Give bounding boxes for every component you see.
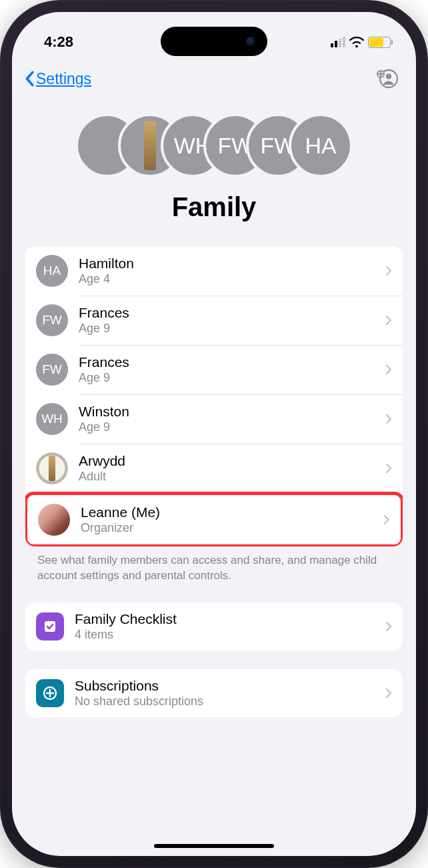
avatar: HA xyxy=(36,255,68,287)
member-sub: Adult xyxy=(79,470,375,484)
checklist-icon xyxy=(36,612,64,640)
nav-bar: Settings xyxy=(12,60,416,95)
chevron-right-icon xyxy=(385,364,392,375)
member-sub: Organizer xyxy=(81,521,373,535)
member-name: Frances xyxy=(79,305,375,321)
subscriptions-icon xyxy=(36,679,64,707)
add-person-icon xyxy=(375,67,398,90)
member-row[interactable]: FW Frances Age 9 xyxy=(25,296,403,345)
dynamic-island xyxy=(161,27,267,56)
member-name: Leanne (Me) xyxy=(81,504,373,520)
screen: 4:28 ⚡ Settings xyxy=(12,12,416,856)
member-name: Frances xyxy=(79,354,375,370)
member-name: Winston xyxy=(79,404,375,420)
add-person-button[interactable] xyxy=(375,67,399,91)
avatar xyxy=(36,452,68,484)
home-indicator[interactable] xyxy=(154,844,274,848)
avatar xyxy=(38,504,70,536)
chevron-right-icon xyxy=(385,266,392,276)
chevron-right-icon xyxy=(385,414,392,424)
row-text: Arwydd Adult xyxy=(79,453,375,484)
member-row[interactable]: HA Hamilton Age 4 xyxy=(25,246,403,296)
back-label: Settings xyxy=(36,70,91,88)
chevron-right-icon xyxy=(385,688,392,699)
member-sub: Age 9 xyxy=(79,420,375,434)
chevron-right-icon xyxy=(383,514,390,525)
member-sub: Age 9 xyxy=(79,371,375,385)
header-avatars: WH FW FW HA xyxy=(12,113,416,177)
chevron-left-icon xyxy=(24,71,35,87)
family-checklist-row[interactable]: Family Checklist 4 items xyxy=(25,602,403,650)
row-text: Leanne (Me) Organizer xyxy=(81,504,373,535)
member-sub: Age 4 xyxy=(79,272,375,286)
row-text: Frances Age 9 xyxy=(79,354,375,385)
checklist-title: Family Checklist xyxy=(75,611,375,627)
svg-point-1 xyxy=(386,73,391,79)
status-time: 4:28 xyxy=(44,33,73,51)
subscriptions-row[interactable]: Subscriptions No shared subscriptions xyxy=(25,669,403,717)
status-right: ⚡ xyxy=(331,37,391,48)
member-row[interactable]: FW Frances Age 9 xyxy=(25,345,403,394)
member-row-highlighted[interactable]: Leanne (Me) Organizer xyxy=(25,492,403,546)
avatar: FW xyxy=(36,354,68,386)
cellular-icon xyxy=(331,37,345,47)
subscriptions-sub: No shared subscriptions xyxy=(75,695,375,709)
row-text: Hamilton Age 4 xyxy=(79,256,375,286)
phone-frame: 4:28 ⚡ Settings xyxy=(0,0,428,868)
row-text: Frances Age 9 xyxy=(79,305,375,336)
subscriptions-card: Subscriptions No shared subscriptions xyxy=(25,669,403,717)
battery-icon: ⚡ xyxy=(368,37,391,48)
row-text: Family Checklist 4 items xyxy=(75,611,375,642)
member-row[interactable]: Arwydd Adult xyxy=(25,444,403,493)
row-text: Winston Age 9 xyxy=(79,404,375,434)
members-card: HA Hamilton Age 4 FW Frances Age 9 xyxy=(25,246,403,546)
chevron-right-icon xyxy=(385,621,392,632)
checklist-sub: 4 items xyxy=(75,628,375,642)
member-sub: Age 9 xyxy=(79,322,375,336)
avatar: HA xyxy=(289,113,353,177)
page-title: Family xyxy=(12,192,416,222)
subscriptions-title: Subscriptions xyxy=(75,678,375,694)
row-text: Subscriptions No shared subscriptions xyxy=(75,678,375,709)
charging-bolt-icon: ⚡ xyxy=(371,39,381,46)
member-name: Hamilton xyxy=(79,256,375,272)
header: WH FW FW HA Family xyxy=(12,95,416,236)
avatar: FW xyxy=(36,304,68,336)
wifi-icon xyxy=(349,37,364,47)
chevron-right-icon xyxy=(385,463,392,474)
back-button[interactable]: Settings xyxy=(24,70,91,88)
content: HA Hamilton Age 4 FW Frances Age 9 xyxy=(12,246,416,744)
avatar: WH xyxy=(36,403,68,435)
chevron-right-icon xyxy=(385,315,392,326)
members-footer-note: See what family members can access and s… xyxy=(25,546,403,584)
member-row[interactable]: WH Winston Age 9 xyxy=(25,394,403,444)
member-name: Arwydd xyxy=(79,453,375,469)
checklist-card: Family Checklist 4 items xyxy=(25,602,403,650)
